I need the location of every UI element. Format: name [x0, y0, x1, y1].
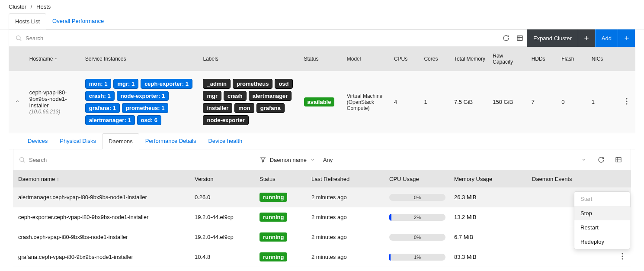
kebab-icon: [626, 98, 628, 105]
dcol-refreshed[interactable]: Last Refreshed: [311, 176, 389, 182]
col-flash[interactable]: Flash: [558, 54, 588, 64]
service-badge: alertmanager: 1: [85, 115, 135, 125]
daemon-refreshed-cell: 2 minutes ago: [311, 254, 389, 260]
filter-icon[interactable]: [260, 156, 266, 163]
subtab-daemons[interactable]: Daemons: [102, 133, 139, 149]
col-cpus[interactable]: CPUs: [391, 54, 421, 64]
service-badge: mon: 1: [85, 79, 112, 89]
table-icon: [615, 156, 622, 163]
daemon-refresh-button[interactable]: [594, 153, 608, 167]
plus-icon: [623, 35, 630, 42]
host-detail-tabs: Devices Physical Disks Daemons Performan…: [9, 133, 635, 149]
collapse-button[interactable]: [577, 153, 591, 167]
menu-item-redeploy[interactable]: Redeploy: [574, 235, 630, 249]
button-group: Expand Cluster Add: [527, 29, 635, 47]
daemon-memory-cell: 6.7 MiB: [454, 234, 532, 240]
menu-item-restart[interactable]: Restart: [574, 220, 630, 235]
filter-value[interactable]: Any: [323, 157, 333, 163]
host-actions-menu[interactable]: [618, 96, 635, 108]
breadcrumb-sep: /: [31, 3, 32, 10]
svg-point-11: [626, 103, 628, 105]
dcol-status[interactable]: Status: [260, 176, 311, 182]
dcol-mem[interactable]: Memory Usage: [454, 176, 532, 182]
refresh-button[interactable]: [499, 31, 513, 45]
expand-cluster-button[interactable]: Expand Cluster: [527, 29, 578, 47]
menu-item-stop[interactable]: Stop: [574, 206, 630, 220]
raw-capacity-cell: 150 GiB: [489, 97, 528, 107]
daemon-actions-menu[interactable]: [614, 253, 631, 261]
daemon-row: mgr.ceph-vpap-i80-9bx9bs-node1-installer…: [13, 267, 631, 271]
chevron-up-icon: [15, 99, 20, 104]
col-services[interactable]: Service Instances: [82, 54, 200, 64]
col-hdds[interactable]: HDDs: [528, 54, 558, 64]
dcol-name[interactable]: Daemon name↑: [13, 176, 195, 182]
daemon-search-input[interactable]: [29, 157, 256, 163]
filter-field-label[interactable]: Daemon name: [270, 157, 307, 163]
tab-hosts-list[interactable]: Hosts List: [9, 13, 46, 29]
cpu-progress: 0%: [389, 234, 445, 241]
label-badge: installer: [203, 103, 232, 113]
col-labels[interactable]: Labels: [199, 54, 300, 64]
host-row: ceph-vpap-i80-9bx9bs-node1-installer (10…: [9, 71, 635, 133]
table-icon: [516, 35, 523, 42]
search-container: [15, 35, 499, 42]
col-cores[interactable]: Cores: [420, 54, 451, 64]
tab-overall-performance[interactable]: Overall Performance: [46, 13, 110, 29]
cpu-progress: 2%: [389, 214, 445, 221]
svg-line-1: [20, 39, 21, 41]
dcol-cpu[interactable]: CPU Usage: [389, 176, 454, 182]
hosts-table-header: Hostname↑ Service Instances Labels Statu…: [9, 47, 635, 71]
label-badge: mgr: [203, 91, 221, 101]
cpus-cell: 4: [391, 97, 421, 107]
daemon-row: grafana.ceph-vpap-i80-9bx9bs-node1-insta…: [13, 247, 631, 267]
expand-toggle[interactable]: [9, 97, 26, 107]
menu-item-start: Start: [574, 192, 630, 206]
chevron-down-icon: [581, 157, 586, 162]
add-button[interactable]: Add: [595, 29, 618, 47]
daemon-toolbar: Daemon name Any: [13, 149, 631, 171]
svg-point-26: [622, 253, 623, 255]
col-model[interactable]: Model: [343, 54, 391, 64]
breadcrumb: Cluster / Hosts: [0, 0, 644, 13]
refresh-icon: [503, 35, 509, 42]
label-badge: _admin: [203, 79, 231, 89]
search-input[interactable]: [26, 35, 499, 42]
col-hostname[interactable]: Hostname↑: [26, 54, 82, 64]
svg-rect-2: [517, 36, 522, 41]
kebab-icon: [622, 253, 623, 260]
subtab-device-health[interactable]: Device health: [202, 133, 248, 149]
service-instances-cell: mon: 1mgr: 1ceph-exporter: 1crash: 1node…: [82, 77, 200, 127]
context-menu: Start Stop Restart Redeploy: [574, 191, 630, 249]
subtab-performance-details[interactable]: Performance Details: [139, 133, 202, 149]
cpu-progress: 0%: [389, 194, 445, 201]
col-status[interactable]: Status: [301, 54, 343, 64]
svg-point-12: [20, 158, 24, 161]
col-nics[interactable]: NICs: [588, 54, 618, 64]
subtab-devices[interactable]: Devices: [22, 133, 54, 149]
search-icon: [15, 35, 22, 42]
columns-button[interactable]: [513, 31, 527, 45]
hosts-toolbar: Expand Cluster Add: [9, 29, 635, 47]
daemon-status-badge: running: [260, 213, 287, 222]
daemon-name-cell: grafana.ceph-vpap-i80-9bx9bs-node1-insta…: [13, 254, 195, 260]
service-badge: prometheus: 1: [122, 103, 169, 113]
add-plus[interactable]: [618, 29, 635, 47]
service-badge: ceph-exporter: 1: [141, 79, 192, 89]
svg-point-0: [16, 36, 20, 40]
breadcrumb-root[interactable]: Cluster: [9, 3, 26, 10]
subtab-physical-disks[interactable]: Physical Disks: [54, 133, 102, 149]
daemon-table-header: Daemon name↑ Version Status Last Refresh…: [13, 171, 631, 187]
col-total-memory[interactable]: Total Memory: [451, 54, 489, 64]
daemon-columns-button[interactable]: [612, 153, 625, 167]
flash-cell: 0: [558, 97, 588, 107]
daemon-name-cell: ceph-exporter.ceph-vpap-i80-9bx9bs-node1…: [13, 214, 195, 220]
main-tabs: Hosts List Overall Performance: [0, 13, 644, 29]
expand-cluster-plus[interactable]: [578, 29, 595, 47]
col-raw-capacity[interactable]: Raw Capacity: [489, 51, 528, 67]
daemon-refreshed-cell: 2 minutes ago: [311, 214, 389, 220]
dcol-version[interactable]: Version: [195, 176, 260, 182]
label-badge: prometheus: [233, 79, 272, 89]
daemon-memory-cell: 13.2 MiB: [454, 214, 532, 220]
search-icon: [19, 156, 26, 163]
dcol-events[interactable]: Daemon Events: [532, 176, 614, 182]
